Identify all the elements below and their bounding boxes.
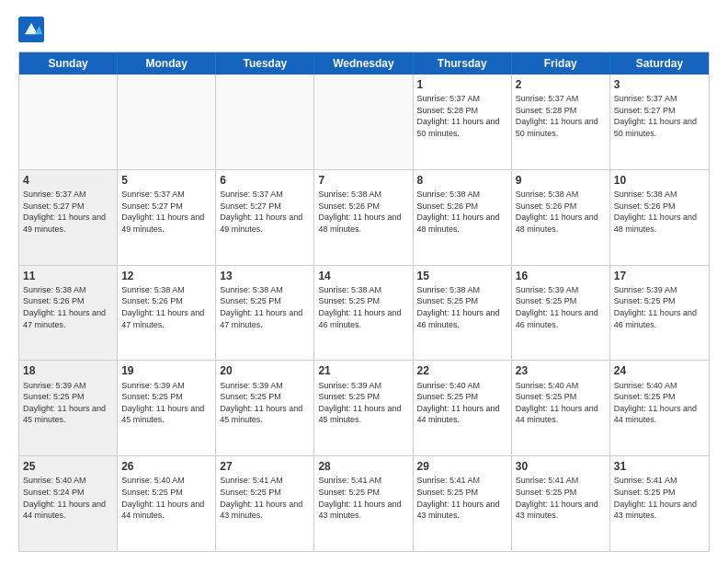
day-info: Sunrise: 5:37 AM Sunset: 5:28 PM Dayligh…	[516, 93, 606, 139]
day-info: Sunrise: 5:38 AM Sunset: 5:26 PM Dayligh…	[516, 189, 606, 235]
day-info: Sunrise: 5:40 AM Sunset: 5:25 PM Dayligh…	[614, 380, 705, 426]
day-cell-12: 12Sunrise: 5:38 AM Sunset: 5:26 PM Dayli…	[118, 266, 216, 361]
day-number: 13	[220, 269, 310, 283]
day-number: 18	[23, 363, 113, 378]
day-cell-10: 10Sunrise: 5:38 AM Sunset: 5:26 PM Dayli…	[610, 170, 709, 265]
day-number: 27	[220, 459, 310, 474]
day-cell-15: 15Sunrise: 5:38 AM Sunset: 5:25 PM Dayli…	[414, 266, 512, 361]
day-number: 21	[318, 363, 408, 378]
day-cell-5: 5Sunrise: 5:37 AM Sunset: 5:27 PM Daylig…	[118, 170, 216, 265]
day-number: 25	[23, 459, 113, 474]
day-info: Sunrise: 5:39 AM Sunset: 5:25 PM Dayligh…	[614, 284, 705, 330]
day-cell-empty	[19, 75, 118, 169]
day-cell-14: 14Sunrise: 5:38 AM Sunset: 5:25 PM Dayli…	[314, 266, 413, 361]
day-number: 19	[121, 363, 211, 378]
day-number: 9	[516, 173, 606, 188]
day-number: 4	[23, 173, 113, 188]
day-info: Sunrise: 5:37 AM Sunset: 5:27 PM Dayligh…	[23, 189, 113, 235]
day-info: Sunrise: 5:41 AM Sunset: 5:25 PM Dayligh…	[614, 475, 705, 521]
day-header-thursday: Thursday	[414, 52, 512, 75]
day-info: Sunrise: 5:37 AM Sunset: 5:27 PM Dayligh…	[121, 189, 211, 235]
day-cell-1: 1Sunrise: 5:37 AM Sunset: 5:28 PM Daylig…	[414, 75, 512, 169]
day-cell-20: 20Sunrise: 5:39 AM Sunset: 5:25 PM Dayli…	[216, 361, 314, 455]
week-row-2: 11Sunrise: 5:38 AM Sunset: 5:26 PM Dayli…	[19, 266, 709, 362]
day-header-sunday: Sunday	[19, 52, 118, 75]
day-number: 10	[614, 173, 705, 188]
day-number: 20	[220, 363, 310, 378]
day-info: Sunrise: 5:40 AM Sunset: 5:25 PM Dayligh…	[121, 475, 211, 521]
day-cell-31: 31Sunrise: 5:41 AM Sunset: 5:25 PM Dayli…	[610, 456, 709, 551]
day-number: 7	[318, 173, 408, 188]
day-cell-3: 3Sunrise: 5:37 AM Sunset: 5:27 PM Daylig…	[610, 75, 709, 169]
day-cell-empty	[118, 75, 216, 169]
day-number: 28	[318, 459, 408, 474]
day-header-monday: Monday	[118, 52, 216, 75]
day-cell-2: 2Sunrise: 5:37 AM Sunset: 5:28 PM Daylig…	[512, 75, 610, 169]
day-number: 22	[417, 363, 507, 378]
day-info: Sunrise: 5:38 AM Sunset: 5:26 PM Dayligh…	[417, 189, 507, 235]
day-cell-6: 6Sunrise: 5:37 AM Sunset: 5:27 PM Daylig…	[216, 170, 314, 265]
day-cell-29: 29Sunrise: 5:41 AM Sunset: 5:25 PM Dayli…	[414, 456, 512, 551]
day-number: 30	[516, 459, 606, 474]
day-cell-8: 8Sunrise: 5:38 AM Sunset: 5:26 PM Daylig…	[414, 170, 512, 265]
day-number: 23	[516, 363, 606, 378]
day-info: Sunrise: 5:40 AM Sunset: 5:24 PM Dayligh…	[23, 475, 113, 521]
day-number: 1	[417, 77, 507, 92]
header	[18, 17, 710, 42]
day-number: 14	[318, 269, 408, 283]
day-info: Sunrise: 5:41 AM Sunset: 5:25 PM Dayligh…	[318, 475, 408, 521]
day-info: Sunrise: 5:38 AM Sunset: 5:26 PM Dayligh…	[614, 189, 705, 235]
day-info: Sunrise: 5:39 AM Sunset: 5:25 PM Dayligh…	[121, 380, 211, 426]
day-info: Sunrise: 5:37 AM Sunset: 5:28 PM Dayligh…	[417, 93, 507, 139]
day-cell-7: 7Sunrise: 5:38 AM Sunset: 5:26 PM Daylig…	[314, 170, 413, 265]
day-cell-22: 22Sunrise: 5:40 AM Sunset: 5:25 PM Dayli…	[414, 361, 512, 455]
page: SundayMondayTuesdayWednesdayThursdayFrid…	[0, 0, 728, 563]
day-number: 15	[417, 269, 507, 283]
day-number: 3	[614, 77, 705, 92]
day-cell-13: 13Sunrise: 5:38 AM Sunset: 5:25 PM Dayli…	[216, 266, 314, 361]
day-number: 2	[516, 77, 606, 92]
day-info: Sunrise: 5:37 AM Sunset: 5:27 PM Dayligh…	[220, 189, 310, 235]
day-cell-4: 4Sunrise: 5:37 AM Sunset: 5:27 PM Daylig…	[19, 170, 118, 265]
day-number: 11	[23, 269, 113, 283]
day-cell-23: 23Sunrise: 5:40 AM Sunset: 5:25 PM Dayli…	[512, 361, 610, 455]
day-number: 8	[417, 173, 507, 188]
week-row-4: 25Sunrise: 5:40 AM Sunset: 5:24 PM Dayli…	[19, 456, 709, 551]
day-info: Sunrise: 5:41 AM Sunset: 5:25 PM Dayligh…	[220, 475, 310, 521]
day-info: Sunrise: 5:38 AM Sunset: 5:25 PM Dayligh…	[220, 284, 310, 330]
day-info: Sunrise: 5:37 AM Sunset: 5:27 PM Dayligh…	[614, 93, 705, 139]
day-cell-25: 25Sunrise: 5:40 AM Sunset: 5:24 PM Dayli…	[19, 456, 118, 551]
day-info: Sunrise: 5:38 AM Sunset: 5:26 PM Dayligh…	[121, 284, 211, 330]
day-cell-19: 19Sunrise: 5:39 AM Sunset: 5:25 PM Dayli…	[118, 361, 216, 455]
day-info: Sunrise: 5:39 AM Sunset: 5:25 PM Dayligh…	[220, 380, 310, 426]
day-info: Sunrise: 5:38 AM Sunset: 5:25 PM Dayligh…	[417, 284, 507, 330]
day-number: 12	[121, 269, 211, 283]
day-number: 17	[614, 269, 705, 283]
day-header-tuesday: Tuesday	[216, 52, 314, 75]
day-headers: SundayMondayTuesdayWednesdayThursdayFrid…	[19, 52, 709, 75]
day-info: Sunrise: 5:39 AM Sunset: 5:25 PM Dayligh…	[318, 380, 408, 426]
day-cell-18: 18Sunrise: 5:39 AM Sunset: 5:25 PM Dayli…	[19, 361, 118, 455]
day-cell-17: 17Sunrise: 5:39 AM Sunset: 5:25 PM Dayli…	[610, 266, 709, 361]
day-info: Sunrise: 5:38 AM Sunset: 5:26 PM Dayligh…	[318, 189, 408, 235]
day-cell-30: 30Sunrise: 5:41 AM Sunset: 5:25 PM Dayli…	[512, 456, 610, 551]
week-row-1: 4Sunrise: 5:37 AM Sunset: 5:27 PM Daylig…	[19, 170, 709, 266]
day-cell-26: 26Sunrise: 5:40 AM Sunset: 5:25 PM Dayli…	[118, 456, 216, 551]
day-number: 24	[614, 363, 705, 378]
day-header-saturday: Saturday	[610, 52, 709, 75]
day-header-friday: Friday	[512, 52, 610, 75]
day-number: 31	[614, 459, 705, 474]
day-info: Sunrise: 5:39 AM Sunset: 5:25 PM Dayligh…	[516, 284, 606, 330]
day-info: Sunrise: 5:38 AM Sunset: 5:25 PM Dayligh…	[318, 284, 408, 330]
day-cell-21: 21Sunrise: 5:39 AM Sunset: 5:25 PM Dayli…	[314, 361, 413, 455]
day-cell-9: 9Sunrise: 5:38 AM Sunset: 5:26 PM Daylig…	[512, 170, 610, 265]
day-cell-16: 16Sunrise: 5:39 AM Sunset: 5:25 PM Dayli…	[512, 266, 610, 361]
day-info: Sunrise: 5:41 AM Sunset: 5:25 PM Dayligh…	[516, 475, 606, 521]
day-cell-empty	[216, 75, 314, 169]
day-number: 29	[417, 459, 507, 474]
logo-icon	[18, 17, 44, 42]
day-cell-11: 11Sunrise: 5:38 AM Sunset: 5:26 PM Dayli…	[19, 266, 118, 361]
week-row-3: 18Sunrise: 5:39 AM Sunset: 5:25 PM Dayli…	[19, 361, 709, 456]
day-cell-24: 24Sunrise: 5:40 AM Sunset: 5:25 PM Dayli…	[610, 361, 709, 455]
week-row-0: 1Sunrise: 5:37 AM Sunset: 5:28 PM Daylig…	[19, 75, 709, 170]
